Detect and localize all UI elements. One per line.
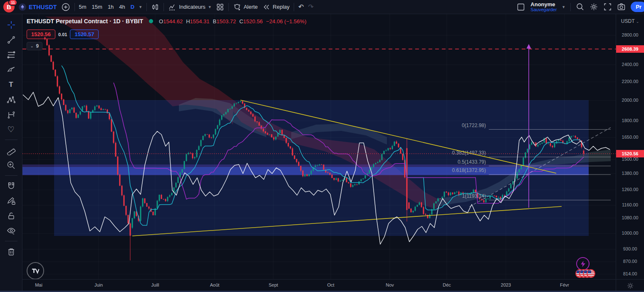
spread-value: 0.01 [58,32,67,37]
fib-level-label: 0.5(1433.79) [458,159,486,165]
compare-add-icon[interactable] [61,2,70,12]
measure-ruler-tool[interactable] [4,145,18,156]
eth-coin-icon [19,3,26,11]
timeframe-D[interactable]: D [131,4,134,10]
undo-icon[interactable]: ↶ [298,3,304,11]
zoom-in-tool[interactable] [4,159,18,171]
symbol-name: ETHUSDT [29,4,57,10]
fib-level-label: 0.618(1372.95) [452,167,486,173]
layout-templates-icon[interactable] [216,3,224,11]
timeframe-row: 5m15m1h4hD [79,4,135,10]
alert-price-tag[interactable]: 2608.39 [616,45,644,53]
alert-button[interactable]: Alerte [233,3,258,11]
price-tick: 1080.00 [616,215,644,220]
chart-type-icon[interactable] [151,3,159,11]
save-layout-button[interactable]: Sauvegarder [530,7,557,12]
price-tick: 1160.00 [616,202,644,207]
crosshair-tool[interactable] [4,19,18,30]
us-flag-icon [587,269,595,278]
economic-events-us-flags[interactable] [575,269,595,278]
axis-currency-selector[interactable]: USDT ⌄ [616,18,644,24]
price-tick: 870.00 [616,259,644,264]
chart-title[interactable]: ETHUSDT Perpetual Contract · 1D · BYBIT [27,18,143,25]
remove-objects-tool[interactable] [4,246,18,257]
top-toolbar: B 11 ETHUSDT 5m15m1h4hD ▼ Indic [0,0,644,14]
lock-all-drawings-tool[interactable] [4,210,18,221]
screenshot-camera-icon[interactable] [617,2,626,11]
indicators-button[interactable]: Indicateurs ▼ [168,3,212,11]
chart-pane[interactable]: 0(1722.98)0.382(1497.33)0.5(1433.79)0.61… [22,14,616,279]
xabcd-pattern-tool[interactable] [4,94,18,105]
tradingview-watermark[interactable] [27,262,44,279]
price-tick: 1800.00 [616,118,644,123]
time-axis-label: 2023 [501,282,511,287]
user-menu[interactable]: Anonyme Sauvegarder [530,2,557,12]
indicators-chevron-icon: ▼ [208,5,212,9]
projection-tool[interactable] [4,109,18,120]
price-tick: 1650.00 [616,135,644,140]
lightning-badge-icon[interactable] [576,257,590,270]
brush-tool[interactable] [4,64,18,75]
buy-button[interactable]: 1520.57 [70,29,99,39]
user-menu-chevron-icon[interactable]: ▼ [562,5,565,9]
fib-retracement-tool[interactable] [4,49,18,60]
symbol-switcher[interactable]: ETHUSDT [19,3,57,11]
last-price-tag[interactable]: 1520.56 [616,150,644,157]
time-axis-label: Oct [327,282,334,287]
notification-badge: 11 [8,0,17,6]
price-tick: 814.00 [616,271,644,276]
fib-level-label: 0(1722.98) [462,123,486,128]
price-chart-canvas[interactable]: 0(1722.98)0.382(1497.33)0.5(1433.79)0.61… [22,14,616,279]
app-logo[interactable]: B 11 [3,1,15,12]
time-axis-label: Août [210,282,220,287]
bid-ask-widget: 1520.56 0.01 1520.57 [27,29,99,39]
timeframe-1h[interactable]: 1h [108,4,114,10]
drawing-mode-lock-tool[interactable] [4,195,18,206]
search-icon[interactable] [576,2,585,11]
premium-button[interactable]: Pr [631,2,644,12]
time-axis-label: Nov [386,282,394,287]
fib-level-label: 1(1193.14) [462,193,486,199]
layout-manager-icon[interactable] [516,2,525,12]
replay-button[interactable]: Replay [262,3,290,11]
time-axis-label: Sept [269,282,278,287]
price-change: −24.06 (−1.56%) [266,18,307,25]
price-tick: 2200.00 [616,79,644,84]
time-axis-label: Juin [94,282,103,287]
time-axis-label: Févr [560,282,569,287]
fullscreen-icon[interactable] [603,2,612,11]
chart-legend[interactable]: ETHUSDT Perpetual Contract · 1D · BYBIT … [27,18,306,25]
time-axis-label: Mai [35,282,42,287]
timeframe-chevron-icon[interactable]: ▼ [139,5,142,9]
username: Anonyme [530,2,555,7]
ohlc-values: O1544.62 H1554.31 B1503.72 C1520.56 [159,18,263,25]
price-tick: 930.00 [616,246,644,251]
time-axis-settings-icon [627,282,634,289]
time-axis[interactable]: MaiJuinJuillAoûtSeptOctNovDéc2023Févr [22,279,616,292]
tradingview-app: B 11 ETHUSDT 5m15m1h4hD ▼ Indic [0,0,644,292]
axis-settings-corner[interactable] [616,279,644,292]
time-axis-label: Juill [151,282,159,287]
price-tick: 2000.00 [616,98,644,103]
magnet-tool[interactable] [4,180,18,191]
price-tick: 1000.00 [616,231,644,236]
timeframe-5m[interactable]: 5m [79,4,87,10]
timeframe-15m[interactable]: 15m [92,4,102,10]
trend-line-tool[interactable] [4,34,18,45]
price-tick: 1260.00 [616,187,644,192]
market-status-dot [149,19,153,23]
settings-gear-icon[interactable] [590,2,598,11]
text-tool[interactable]: T [4,79,18,90]
price-tick: 2400.00 [616,62,644,67]
hide-all-drawings-tool[interactable] [4,225,18,236]
price-tick: 2800.00 [616,32,644,37]
collapsed-indicators-chip[interactable]: ⌄ 9 [27,42,42,50]
time-axis-label: Déc [443,282,451,287]
chip-chevron-icon: ⌄ [30,44,34,48]
emoji-heart-tool[interactable]: ♡ [4,124,18,135]
drawing-toolbar: T ♡ [0,14,22,292]
price-axis[interactable]: USDT ⌄ 2800.002400.002200.002000.001800.… [616,14,644,279]
sell-button[interactable]: 1520.56 [27,29,55,39]
redo-icon[interactable]: ↷ [308,3,313,11]
timeframe-4h[interactable]: 4h [119,4,125,10]
